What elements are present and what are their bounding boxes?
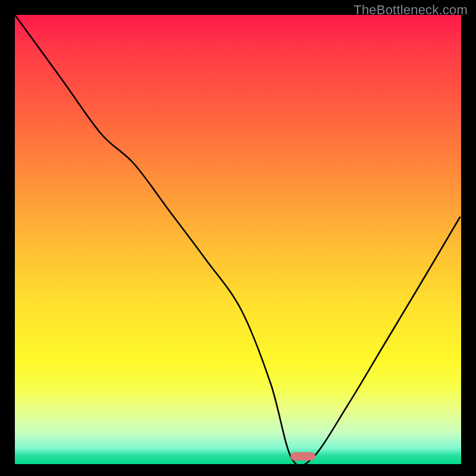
curve-path bbox=[15, 15, 460, 464]
chart-plot-area bbox=[15, 15, 461, 464]
bottleneck-line bbox=[15, 15, 461, 464]
optimal-marker bbox=[290, 452, 315, 461]
watermark-text: TheBottleneck.com bbox=[353, 2, 468, 18]
